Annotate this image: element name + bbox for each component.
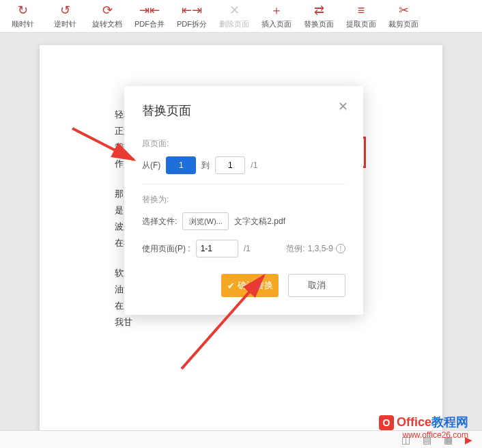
watermark: OOffice教程网 www.office26.com <box>379 414 468 440</box>
use-page-input[interactable] <box>196 240 238 257</box>
delete-icon: ✕ <box>229 3 240 18</box>
page-range-row: 从(F) 到 /1 <box>142 156 345 174</box>
check-icon: ✔ <box>227 281 235 291</box>
split-icon: ⇤⇥ <box>182 3 202 18</box>
divider <box>142 184 345 184</box>
use-page-total: /1 <box>244 244 251 253</box>
rotate-doc-icon: ⟳ <box>102 3 113 18</box>
info-icon: ! <box>336 244 345 253</box>
from-input[interactable] <box>166 156 196 174</box>
crop-page-button[interactable]: ✂裁剪页面 <box>384 1 423 32</box>
toolbar: ↻顺时针 ↺逆时针 ⟳旋转文档 ⇥⇤PDF合并 ⇤⇥PDF拆分 ✕删除页面 ＋插… <box>0 0 482 33</box>
replace-with-label: 替换为: <box>142 194 345 206</box>
rotate-cw-button[interactable]: ↻顺时针 <box>3 1 42 32</box>
example-text: 范例: 1,3,5-9 ! <box>286 243 345 255</box>
cancel-button[interactable]: 取消 <box>288 274 345 297</box>
rotate-ccw-button[interactable]: ↺逆时针 <box>45 1 85 32</box>
crop-icon: ✂ <box>399 3 409 18</box>
to-label: 到 <box>201 160 210 171</box>
rotate-doc-button[interactable]: ⟳旋转文档 <box>87 1 127 32</box>
replace-page-button[interactable]: ⇄替换页面 <box>299 1 339 32</box>
select-file-label: 选择文件: <box>142 216 177 227</box>
extract-icon: ≡ <box>358 3 365 18</box>
insert-icon: ＋ <box>270 3 283 18</box>
watermark-url: www.office26.com <box>379 430 468 440</box>
confirm-button[interactable]: ✔ 确认替换 <box>221 274 279 297</box>
pdf-merge-button[interactable]: ⇥⇤PDF合并 <box>130 1 169 32</box>
dialog-buttons: ✔ 确认替换 取消 <box>142 274 345 297</box>
office-logo-icon: O <box>379 415 394 430</box>
rotate-ccw-icon: ↺ <box>60 3 70 18</box>
replace-icon: ⇄ <box>314 3 324 18</box>
merge-icon: ⇥⇤ <box>139 3 160 18</box>
extract-page-button[interactable]: ≡提取页面 <box>341 1 381 32</box>
dialog-title: 替换页面 <box>142 102 345 119</box>
selected-filename: 文字文稿2.pdf <box>234 216 285 227</box>
doc-line: 我甘 <box>115 314 367 331</box>
select-file-row: 选择文件: 浏览(W)... 文字文稿2.pdf <box>142 212 345 230</box>
browse-button[interactable]: 浏览(W)... <box>182 212 229 230</box>
close-button[interactable]: ✕ <box>336 100 350 113</box>
insert-page-button[interactable]: ＋插入页面 <box>257 1 296 32</box>
pdf-split-button[interactable]: ⇤⇥PDF拆分 <box>172 1 212 32</box>
to-input[interactable] <box>215 156 245 174</box>
from-label: 从(F) <box>142 160 160 171</box>
use-page-row: 使用页面(P) : /1 范例: 1,3,5-9 ! <box>142 240 345 257</box>
original-page-label: 原页面: <box>142 138 345 150</box>
replace-page-dialog: ✕ 替换页面 原页面: 从(F) 到 /1 替换为: 选择文件: 浏览(W)..… <box>124 86 363 315</box>
total-pages: /1 <box>251 160 257 170</box>
rotate-cw-icon: ↻ <box>18 3 28 18</box>
delete-page-button: ✕删除页面 <box>214 1 254 32</box>
use-page-label: 使用页面(P) : <box>142 243 190 255</box>
